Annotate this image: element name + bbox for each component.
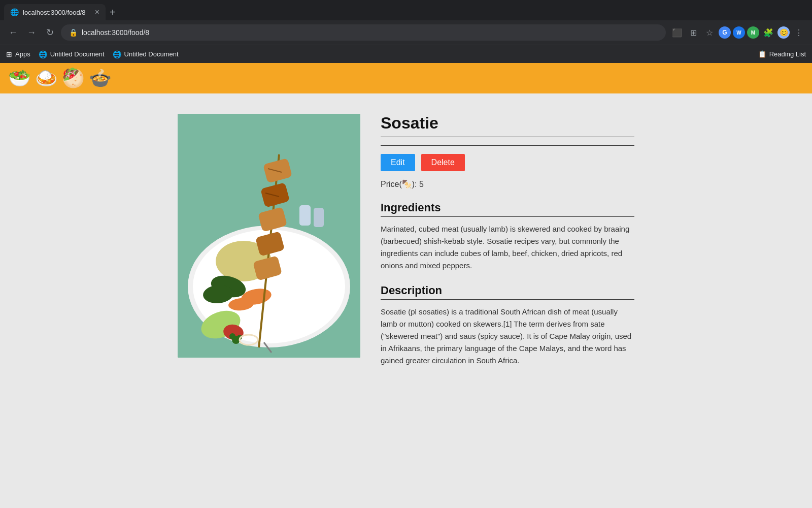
title-divider: [381, 137, 634, 137]
screen-cast-button[interactable]: ⬛: [670, 25, 684, 40]
tab-favicon: 🌐: [10, 8, 19, 16]
bookmark-2[interactable]: 🌐 Untitled Document: [113, 50, 179, 58]
apps-bookmark[interactable]: ⊞ Apps: [6, 50, 30, 58]
ingredients-text: Marinated, cubed meat (usually lamb) is …: [381, 223, 634, 272]
description-heading: Description: [381, 284, 634, 297]
edit-button[interactable]: Edit: [381, 154, 415, 171]
bookmark-1-label: Untitled Document: [50, 50, 105, 58]
extension-icon[interactable]: M: [747, 26, 759, 39]
svg-point-19: [229, 333, 235, 339]
bookmark-1[interactable]: 🌐 Untitled Document: [39, 50, 105, 58]
food-emoji-4[interactable]: 🍲: [89, 68, 112, 89]
active-tab[interactable]: 🌐 localhost:3000/food/8 ×: [4, 4, 106, 20]
ingredients-heading: Ingredients: [381, 201, 634, 214]
description-section: Description Sosatie (pl sosaties) is a t…: [381, 284, 634, 367]
tab-close-button[interactable]: ×: [95, 8, 99, 17]
microsoft-icon[interactable]: W: [733, 26, 745, 39]
bookmark-2-icon: 🌐: [113, 50, 121, 58]
url-input[interactable]: localhost:3000/food/8: [82, 28, 658, 37]
food-image: [178, 114, 360, 358]
browser-chrome: 🌐 localhost:3000/food/8 × + ← → ↻ 🔒 loca…: [0, 0, 812, 63]
new-tab-button[interactable]: +: [110, 7, 116, 18]
grid-button[interactable]: ⊞: [686, 25, 700, 40]
app-header: 🥗 🍛 🥙 🍲: [0, 63, 812, 93]
reading-list-button[interactable]: 📋 Reading List: [758, 50, 806, 58]
extensions-button[interactable]: 🧩: [761, 25, 775, 40]
food-name: Sosatie: [381, 114, 634, 133]
bookmarks-bar: ⊞ Apps 🌐 Untitled Document 🌐 Untitled Do…: [0, 45, 812, 63]
address-bar-row: ← → ↻ 🔒 localhost:3000/food/8 ⬛ ⊞ ☆ G W …: [0, 20, 812, 45]
bookmark-2-label: Untitled Document: [124, 50, 179, 58]
profile-avatar[interactable]: 😊: [777, 26, 790, 39]
forward-button[interactable]: →: [24, 25, 39, 40]
food-emoji-1[interactable]: 🥗: [8, 68, 31, 89]
food-emoji-3[interactable]: 🥙: [62, 68, 85, 89]
back-button[interactable]: ←: [6, 25, 20, 40]
svg-rect-23: [299, 205, 311, 226]
description-divider: [381, 299, 634, 300]
delete-button[interactable]: Delete: [421, 154, 465, 171]
main-content: Sosatie Edit Delete Price(🍢): 5 Ingredie…: [0, 93, 812, 508]
svg-rect-24: [314, 208, 324, 227]
action-buttons: Edit Delete: [381, 154, 634, 171]
address-bar[interactable]: 🔒 localhost:3000/food/8: [61, 24, 666, 41]
toolbar-icons: ⬛ ⊞ ☆ G W M 🧩 😊 ⋮: [670, 25, 806, 40]
menu-button[interactable]: ⋮: [792, 25, 806, 40]
apps-icon: ⊞: [6, 50, 12, 58]
bookmark-1-icon: 🌐: [39, 50, 47, 58]
reading-list-icon: 📋: [758, 50, 766, 58]
description-text: Sosatie (pl sosaties) is a traditional S…: [381, 306, 634, 367]
google-account-icon[interactable]: G: [719, 26, 731, 39]
reading-list-label: Reading List: [769, 50, 806, 58]
tab-title: localhost:3000/food/8: [23, 9, 91, 16]
ingredients-divider: [381, 216, 634, 217]
price-row: Price(🍢): 5: [381, 179, 634, 189]
food-title-section: Sosatie: [381, 114, 634, 146]
reload-button[interactable]: ↻: [43, 25, 57, 40]
apps-label: Apps: [15, 50, 30, 58]
lock-icon: 🔒: [69, 28, 78, 37]
food-details: Sosatie Edit Delete Price(🍢): 5 Ingredie…: [381, 114, 634, 488]
ingredients-section: Ingredients Marinated, cubed meat (usual…: [381, 201, 634, 272]
tab-bar: 🌐 localhost:3000/food/8 × +: [0, 0, 812, 20]
star-button[interactable]: ☆: [702, 25, 717, 40]
food-emoji-2[interactable]: 🍛: [35, 68, 58, 89]
